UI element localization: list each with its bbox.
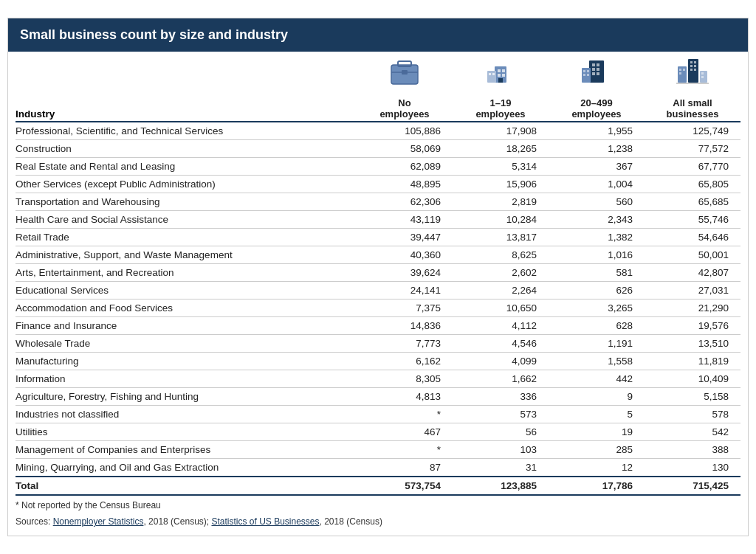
title-bar: Small business count by size and industr… [8,18,748,52]
no-employees-cell: 40,360 [357,246,453,264]
twenty-to-499-cell: 442 [549,370,645,388]
one-to-19-cell: 103 [453,441,549,459]
industry-name: Other Services (except Public Administra… [16,176,357,193]
svg-rect-18 [592,72,595,75]
svg-rect-20 [594,78,599,83]
data-table: Industry Noemployees 1–19employees 20–49… [16,52,740,496]
all-small-cell: 65,805 [645,176,740,193]
twenty-to-499-cell: 560 [549,193,645,211]
total-all-small: 715,425 [645,477,740,495]
svg-rect-24 [583,74,585,76]
twenty-to-499-cell: 1,238 [549,140,645,158]
all-small-cell: 54,646 [645,229,740,246]
table-row: Professional, Scientific, and Technical … [16,122,740,140]
table-row: Utilities 467 56 19 542 [16,423,740,441]
table-row: Finance and Insurance 14,836 4,112 628 1… [16,317,740,335]
one-to-19-cell: 2,264 [453,282,549,299]
industry-name: Agriculture, Forestry, Fishing and Hunti… [16,388,357,406]
industry-name: Manufacturing [16,353,357,370]
svg-rect-12 [492,73,495,75]
all-small-cell: 388 [645,441,740,459]
one-to-19-cell: 1,662 [453,370,549,388]
svg-rect-22 [583,70,585,72]
svg-rect-23 [587,70,589,72]
svg-rect-32 [694,69,696,71]
column-header-row: Industry Noemployees 1–19employees 20–49… [16,94,740,122]
table-row: Other Services (except Public Administra… [16,176,740,193]
total-20-499: 17,786 [549,477,645,495]
all-small-cell: 10,409 [645,370,740,388]
no-employees-cell: 58,069 [357,140,453,158]
page-title: Small business count by size and industr… [20,27,736,43]
svg-rect-31 [690,69,693,71]
small-building-icon [481,52,520,90]
twenty-to-499-cell: 581 [549,264,645,282]
icon-row [16,52,740,94]
one-to-19-cell: 13,817 [453,229,549,246]
twenty-to-499-cell: 3,265 [549,299,645,317]
no-employees-cell: * [357,441,453,459]
industry-name: Construction [16,140,357,158]
all-small-cell: 130 [645,459,740,477]
link-nonemployer[interactable]: Nonemployer Statistics [53,516,144,527]
table-row: Transportation and Warehousing 62,306 2,… [16,193,740,211]
twenty-to-499-cell: 626 [549,282,645,299]
all-small-cell: 19,576 [645,317,740,335]
svg-rect-9 [498,78,503,83]
industry-name: Health Care and Social Assistance [16,211,357,229]
icon-20-499 [549,52,645,94]
svg-rect-34 [679,69,681,71]
table-row: Industries not classified * 573 5 578 [16,406,740,423]
briefcase-icon [385,52,424,90]
one-to-19-cell: 2,819 [453,193,549,211]
one-to-19-cell: 31 [453,459,549,477]
one-to-19-cell: 4,546 [453,335,549,353]
one-to-19-cell: 573 [453,406,549,423]
all-small-cell: 27,031 [645,282,740,299]
svg-rect-29 [690,65,693,67]
one-to-19-cell: 18,265 [453,140,549,158]
industry-name: Transportation and Warehousing [16,193,357,211]
one-to-19-cell: 4,099 [453,353,549,370]
one-to-19-cell: 5,314 [453,158,549,176]
all-small-cell: 21,290 [645,299,740,317]
one-to-19-cell: 10,284 [453,211,549,229]
industry-name: Real Estate and Rental and Leasing [16,158,357,176]
table-row: Mining, Quarrying, and Oil and Gas Extra… [16,459,740,477]
industry-name: Industries not classified [16,406,357,423]
no-employees-cell: 39,447 [357,229,453,246]
no-employees-cell: 48,895 [357,176,453,193]
twenty-to-499-cell: 367 [549,158,645,176]
all-small-cell: 67,770 [645,158,740,176]
all-small-cell: 578 [645,406,740,423]
total-label: Total [16,477,357,495]
twenty-to-499-cell: 1,558 [549,353,645,370]
svg-rect-33 [678,66,687,83]
no-employees-cell: 105,886 [357,122,453,140]
one-to-19-cell: 56 [453,423,549,441]
svg-rect-25 [587,74,589,76]
svg-rect-8 [502,74,505,77]
industry-name: Professional, Scientific, and Technical … [16,122,357,140]
industry-name: Wholesale Trade [16,335,357,353]
no-employees-cell: 4,813 [357,388,453,406]
no-employees-cell: 87 [357,459,453,477]
industry-name: Information [16,370,357,388]
twenty-to-499-cell: 5 [549,406,645,423]
icon-no-employees [357,52,453,94]
one-to-19-cell: 336 [453,388,549,406]
table-row: Construction 58,069 18,265 1,238 77,572 [16,140,740,158]
one-to-19-cell: 10,650 [453,299,549,317]
industry-name: Accommodation and Food Services [16,299,357,317]
twenty-to-499-cell: 12 [549,459,645,477]
link-susb[interactable]: Statistics of US Businesses [211,516,319,527]
all-small-cell: 65,685 [645,193,740,211]
table-row: Wholesale Trade 7,773 4,546 1,191 13,510 [16,335,740,353]
col-header-industry: Industry [16,94,357,122]
svg-rect-10 [487,71,496,83]
no-employees-cell: 7,375 [357,299,453,317]
twenty-to-499-cell: 628 [549,317,645,335]
svg-rect-30 [694,65,696,67]
svg-rect-5 [498,69,501,72]
svg-rect-39 [701,76,704,78]
